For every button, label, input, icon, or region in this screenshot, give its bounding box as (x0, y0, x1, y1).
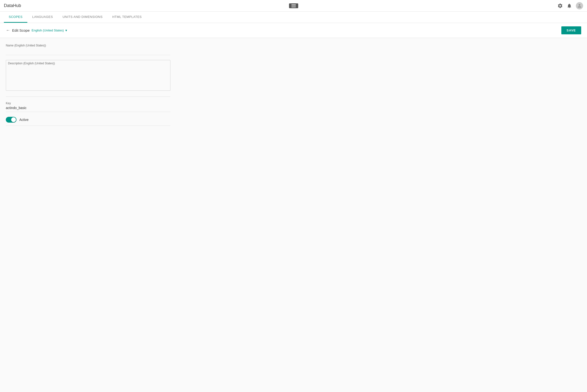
save-button[interactable]: SAVE (561, 26, 581, 34)
active-toggle[interactable] (6, 117, 17, 122)
tab-languages[interactable]: LANGUAGES (27, 12, 58, 23)
page-title: Edit Scope (12, 28, 30, 32)
hamburger-button[interactable] (289, 4, 298, 8)
back-button[interactable]: ← (6, 28, 10, 33)
key-value: actindo_basic (6, 106, 170, 110)
name-input[interactable] (6, 48, 170, 53)
chevron-down-icon: ▼ (65, 29, 68, 32)
gear-icon (557, 3, 563, 8)
top-bar-icons (557, 2, 583, 10)
main-content: Name (English (United States)) Descripti… (0, 38, 587, 392)
breadcrumb: ← Edit Scope English (United States) ▼ (6, 28, 68, 33)
language-selector[interactable]: English (United States) ▼ (32, 28, 68, 32)
hamburger-area[interactable] (289, 4, 298, 8)
key-field: Key actindo_basic (6, 102, 170, 112)
app-title: DataHub (4, 3, 21, 8)
active-label: Active (19, 118, 29, 122)
name-label: Name (English (United States)) (6, 44, 170, 47)
settings-button[interactable] (557, 3, 563, 8)
description-field: Description (English (United States)) (6, 60, 170, 97)
name-field: Name (English (United States)) (6, 44, 170, 55)
page-header: ← Edit Scope English (United States) ▼ S… (0, 23, 587, 38)
top-bar: DataHub (0, 0, 587, 12)
description-input[interactable] (6, 66, 170, 90)
description-wrapper: Description (English (United States)) (6, 60, 170, 91)
active-field: Active (6, 117, 170, 126)
avatar (576, 2, 583, 10)
tab-units[interactable]: UNITS AND DIMENSIONS (58, 12, 108, 23)
tab-scopes[interactable]: SCOPES (4, 12, 27, 23)
nav-tabs: SCOPES LANGUAGES UNITS AND DIMENSIONS HT… (0, 12, 587, 23)
notifications-button[interactable] (567, 3, 572, 8)
language-text: English (United States) (32, 28, 64, 32)
user-menu-button[interactable] (576, 2, 583, 10)
bell-icon (567, 3, 572, 8)
toggle-slider (6, 117, 17, 122)
tab-html-templates[interactable]: HTML TEMPLATES (108, 12, 147, 23)
key-label: Key (6, 102, 170, 105)
edit-scope-form: Name (English (United States)) Descripti… (6, 44, 170, 126)
description-label: Description (English (United States)) (6, 60, 170, 66)
